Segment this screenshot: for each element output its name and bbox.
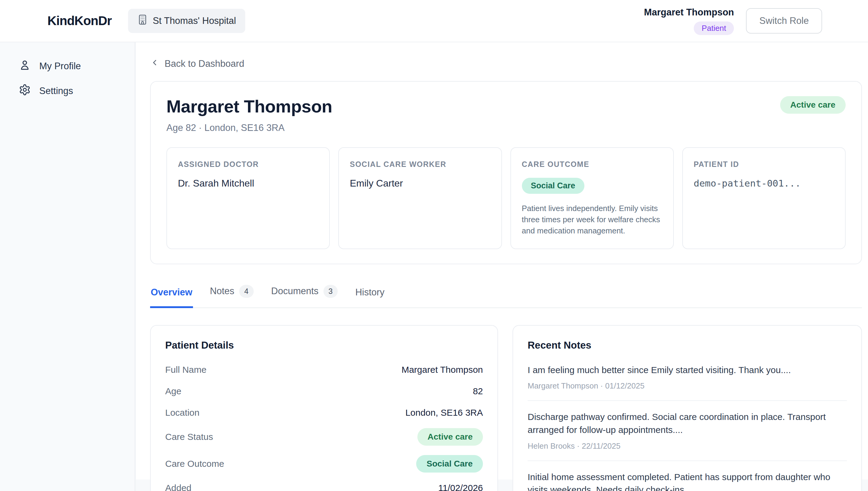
- care-status-badge: Active care: [417, 428, 483, 446]
- detail-value: Margaret Thompson: [401, 365, 483, 375]
- social-care-worker-value: Emily Carter: [350, 178, 490, 189]
- social-care-worker-card: SOCIAL CARE WORKER Emily Carter: [338, 147, 502, 249]
- assigned-doctor-card: ASSIGNED DOCTOR Dr. Sarah Mitchell: [166, 147, 330, 249]
- tab-overview[interactable]: Overview: [150, 283, 193, 308]
- patient-details-panel: Patient Details Full Name Margaret Thomp…: [150, 325, 498, 491]
- detail-label: Care Status: [165, 432, 213, 442]
- recent-notes-panel: Recent Notes I am feeling much better si…: [513, 325, 862, 491]
- tab-label: Overview: [151, 287, 192, 298]
- tab-notes[interactable]: Notes 4: [209, 281, 254, 308]
- note-text: I am feeling much better since Emily sta…: [528, 364, 847, 377]
- note-item: Discharge pathway confirmed. Social care…: [528, 411, 847, 451]
- chevron-left-icon: [150, 58, 159, 69]
- detail-label: Full Name: [165, 365, 207, 375]
- app-header: KindKonDr St Thomas' Hospital Margaret T…: [0, 0, 868, 42]
- note-text: Initial home assessment completed. Patie…: [528, 471, 847, 491]
- tab-documents[interactable]: Documents 3: [271, 281, 339, 308]
- tab-history[interactable]: History: [354, 283, 385, 308]
- user-block: Margaret Thompson Patient: [644, 7, 734, 35]
- gear-icon: [19, 84, 31, 98]
- detail-row-care-outcome: Care Outcome Social Care: [165, 455, 483, 472]
- info-label: PATIENT ID: [694, 160, 834, 169]
- tab-bar: Overview Notes 4 Documents 3 History: [150, 281, 862, 308]
- role-badge: Patient: [694, 22, 734, 35]
- documents-count-badge: 3: [323, 285, 338, 298]
- hospital-badge: St Thomas' Hospital: [128, 9, 245, 33]
- building-icon: [137, 14, 148, 28]
- sidebar-item-label: Settings: [39, 86, 73, 96]
- detail-row-care-status: Care Status Active care: [165, 428, 483, 446]
- assigned-doctor-value: Dr. Sarah Mitchell: [178, 178, 318, 189]
- patient-id-card: PATIENT ID demo-patient-001...: [682, 147, 846, 249]
- note-text: Discharge pathway confirmed. Social care…: [528, 411, 847, 436]
- tab-label: Documents: [271, 286, 319, 297]
- detail-row-location: Location London, SE16 3RA: [165, 407, 483, 419]
- detail-label: Care Outcome: [165, 459, 224, 469]
- app-logo: KindKonDr: [48, 13, 112, 28]
- patient-header-card: Margaret Thompson Age 82 · London, SE16 …: [150, 81, 862, 264]
- panel-title: Patient Details: [165, 340, 483, 351]
- info-label: ASSIGNED DOCTOR: [178, 160, 318, 169]
- note-meta: Margaret Thompson · 01/12/2025: [528, 381, 847, 391]
- detail-row-added: Added 11/02/2026: [165, 482, 483, 491]
- care-status-badge: Active care: [780, 96, 846, 114]
- detail-value: 82: [473, 386, 483, 396]
- care-outcome-badge: Social Care: [416, 455, 483, 472]
- patient-name: Margaret Thompson: [166, 96, 332, 116]
- care-outcome-description: Patient lives independently. Emily visit…: [522, 203, 662, 236]
- patient-subtitle: Age 82 · London, SE16 3RA: [166, 122, 332, 133]
- detail-label: Age: [165, 386, 181, 396]
- note-item: I am feeling much better since Emily sta…: [528, 364, 847, 391]
- header-user-name: Margaret Thompson: [644, 7, 734, 18]
- sidebar-item-my-profile[interactable]: My Profile: [0, 54, 135, 79]
- notes-count-badge: 4: [239, 285, 254, 298]
- tab-label: History: [355, 287, 384, 298]
- detail-value: 11/02/2026: [438, 483, 483, 491]
- detail-row-age: Age 82: [165, 385, 483, 397]
- divider: [528, 400, 847, 401]
- detail-label: Added: [165, 483, 191, 491]
- user-icon: [19, 59, 31, 74]
- detail-label: Location: [165, 408, 199, 418]
- care-outcome-card: CARE OUTCOME Social Care Patient lives i…: [510, 147, 674, 249]
- detail-value: London, SE16 3RA: [405, 408, 483, 418]
- note-meta: Helen Brooks · 22/11/2025: [528, 441, 847, 451]
- sidebar-item-label: My Profile: [39, 61, 81, 71]
- switch-role-button[interactable]: Switch Role: [746, 8, 822, 34]
- main-content: Back to Dashboard Margaret Thompson Age …: [136, 42, 868, 480]
- tab-label: Notes: [210, 286, 235, 297]
- info-label: SOCIAL CARE WORKER: [350, 160, 490, 169]
- care-outcome-badge: Social Care: [522, 178, 584, 194]
- note-item: Initial home assessment completed. Patie…: [528, 471, 847, 491]
- info-label: CARE OUTCOME: [522, 160, 662, 169]
- back-to-dashboard-link[interactable]: Back to Dashboard: [150, 58, 244, 69]
- sidebar: My Profile Settings: [0, 42, 135, 491]
- back-link-label: Back to Dashboard: [164, 58, 244, 69]
- patient-id-value: demo-patient-001...: [694, 178, 834, 189]
- detail-row-full-name: Full Name Margaret Thompson: [165, 364, 483, 376]
- sidebar-item-settings[interactable]: Settings: [0, 79, 135, 104]
- panel-title: Recent Notes: [528, 340, 847, 351]
- divider: [528, 460, 847, 461]
- hospital-name: St Thomas' Hospital: [153, 16, 236, 26]
